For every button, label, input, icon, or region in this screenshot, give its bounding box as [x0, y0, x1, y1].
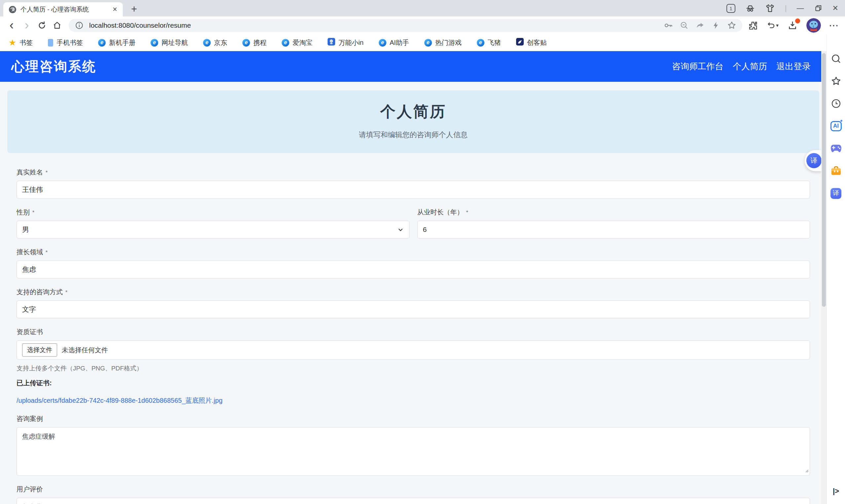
downloads-icon[interactable]	[787, 19, 798, 31]
years-input[interactable]: 6	[417, 221, 810, 238]
nav-link-resume[interactable]: 个人简历	[733, 61, 767, 72]
nav-link-workbench[interactable]: 咨询师工作台	[672, 61, 723, 72]
url-text[interactable]: localhost:8080/counselor/resume	[89, 21, 191, 29]
field-group-methods: 支持的咨询方式* 文字	[17, 288, 810, 318]
nav-link-logout[interactable]: 退出登录	[776, 61, 811, 72]
gender-select[interactable]: 男	[17, 221, 410, 238]
bookmark-label: 携程	[253, 38, 266, 47]
password-key-icon[interactable]	[662, 19, 674, 31]
bookmark-label: 创客贴	[527, 38, 547, 47]
bookmark-item-aitaobao[interactable]: e 爱淘宝	[282, 38, 312, 47]
star-icon: ★	[8, 38, 16, 47]
share-icon[interactable]	[694, 19, 706, 31]
bookmark-item-wanneng[interactable]: 万能小in	[328, 38, 364, 47]
profile-avatar[interactable]	[806, 18, 821, 33]
favorites-star-icon[interactable]	[830, 75, 842, 87]
field-label: 用户评价	[17, 485, 810, 494]
site-logo[interactable]: 心理咨询系统	[11, 57, 97, 75]
site-info-icon[interactable]	[73, 19, 85, 31]
search-icon[interactable]	[830, 53, 842, 64]
browser-side-rail: AI✦ 译 |>	[827, 34, 845, 504]
reviews-textarea[interactable]: 很专业	[17, 498, 810, 504]
theme-skin-icon[interactable]	[765, 3, 775, 13]
reload-button[interactable]	[35, 18, 49, 32]
field-group-gender-years: 性别* 男 从业时长（年）* 6	[17, 208, 810, 238]
methods-input[interactable]: 文字	[17, 301, 810, 318]
bookmark-item-jd[interactable]: e 京东	[203, 38, 227, 47]
field-label: 支持的咨询方式*	[17, 288, 810, 296]
main-column: ★ 书签 手机书签 e 新机手册 e 网址导航 e 京东	[0, 34, 827, 504]
field-group-real-name: 真实姓名* 王佳伟	[17, 168, 810, 199]
lightning-icon[interactable]	[710, 19, 722, 31]
home-button[interactable]	[50, 18, 64, 32]
field-label: 真实姓名*	[17, 168, 810, 177]
maximize-button[interactable]	[814, 4, 823, 13]
uploaded-certificate-link[interactable]: /uploads/certs/fdabe22b-742c-4f89-888e-1…	[17, 396, 223, 405]
gender-value: 男	[22, 225, 29, 234]
real-name-input[interactable]: 王佳伟	[17, 181, 810, 199]
no-file-text: 未选择任何文件	[62, 346, 108, 355]
ai-assistant-icon[interactable]: AI✦	[830, 120, 842, 132]
certificate-upload-box: 选择文件 未选择任何文件	[17, 340, 810, 360]
bookmark-label: 书签	[19, 38, 33, 47]
field-group-gender: 性别* 男	[17, 208, 410, 238]
minimize-button[interactable]: —	[797, 4, 804, 13]
page-title: 个人简历	[14, 102, 813, 122]
browser-e-icon: e	[379, 39, 386, 47]
bookmark-item-wangzhi[interactable]: e 网址导航	[151, 38, 188, 47]
close-window-button[interactable]: ✕	[832, 4, 839, 13]
zoom-out-icon[interactable]	[678, 19, 690, 31]
bookmark-item-shuqian[interactable]: ★ 书签	[8, 38, 33, 47]
toolbox-briefcase-icon[interactable]	[830, 165, 842, 177]
bookmark-item-feizhu[interactable]: e 飞猪	[477, 38, 501, 47]
page-scrollbar	[821, 51, 827, 504]
specialty-input[interactable]: 焦虑	[17, 260, 810, 278]
field-label: 咨询案例	[17, 414, 810, 423]
history-clock-icon[interactable]	[830, 98, 842, 109]
bookmark-item-xiecheng[interactable]: e 携程	[242, 38, 266, 47]
address-bar[interactable]: localhost:8080/counselor/resume	[69, 19, 742, 32]
forward-button[interactable]: ›	[20, 18, 34, 32]
bookmark-label: 新机手册	[109, 38, 135, 47]
browser-e-icon: e	[242, 39, 250, 47]
games-controller-icon[interactable]	[830, 143, 842, 154]
bookmarks-bar: ★ 书签 手机书签 e 新机手册 e 网址导航 e 京东	[0, 34, 827, 51]
hero-banner: 个人简历 请填写和编辑您的咨询师个人信息	[7, 90, 819, 153]
bookmark-star-icon[interactable]	[726, 19, 738, 31]
specialty-value: 焦虑	[22, 265, 36, 274]
bookmark-item-mobile[interactable]: 手机书签	[48, 38, 83, 47]
new-tab-button[interactable]: +	[128, 3, 140, 15]
field-group-specialty: 擅长领域* 焦虑	[17, 248, 810, 278]
sidebar-expand-icon[interactable]: |>	[827, 487, 845, 496]
choose-file-button[interactable]: 选择文件	[22, 343, 57, 357]
translate-sidebar-icon[interactable]: 译	[830, 188, 842, 199]
cases-textarea[interactable]: 焦虑症缓解	[17, 427, 810, 475]
browser-toolbar: ‹ › localhost:8080/counselor/resume	[0, 17, 845, 34]
bookmark-item-xinji[interactable]: e 新机手册	[98, 38, 135, 47]
resize-handle-icon[interactable]	[804, 467, 809, 474]
browser-window: 个人简历 - 心理咨询系统 × + 1 | — ✕ ‹ ›	[0, 0, 845, 504]
tab-counter-icon[interactable]: 1	[726, 4, 735, 13]
field-group-certificates: 资质证书 选择文件 未选择任何文件 支持上传多个文件（JPG、PNG、PDF格式…	[17, 327, 810, 405]
tab-close-icon[interactable]: ×	[110, 5, 120, 14]
browser-e-icon: e	[98, 39, 106, 47]
window-body: ★ 书签 手机书签 e 新机手册 e 网址导航 e 京东	[0, 34, 845, 504]
bookmark-item-games[interactable]: e 热门游戏	[424, 38, 462, 47]
bookmark-item-chuangketie[interactable]: 创客贴	[516, 38, 547, 47]
browser-e-icon: e	[477, 39, 484, 47]
toolbar-right-icons: ▾ ⋯	[747, 18, 840, 33]
bookmark-label: AI助手	[390, 38, 409, 47]
tab-title: 个人简历 - 心理咨询系统	[20, 5, 106, 14]
years-value: 6	[423, 226, 427, 234]
incognito-icon[interactable]	[745, 3, 755, 13]
extensions-puzzle-icon[interactable]	[747, 19, 759, 31]
field-label: 性别*	[17, 208, 410, 217]
bookmark-item-aizhushou[interactable]: e AI助手	[379, 38, 409, 47]
browser-tab[interactable]: 个人简历 - 心理咨询系统 ×	[3, 2, 123, 17]
scrollbar-thumb[interactable]	[822, 53, 826, 307]
site-navbar: 心理咨询系统 咨询师工作台 个人简历 退出登录	[0, 51, 827, 82]
browser-menu-icon[interactable]: ⋯	[829, 19, 839, 31]
back-button[interactable]: ‹	[5, 18, 18, 32]
field-group-years: 从业时长（年）* 6	[417, 208, 810, 238]
undo-dropdown-icon[interactable]: ▾	[767, 19, 779, 31]
